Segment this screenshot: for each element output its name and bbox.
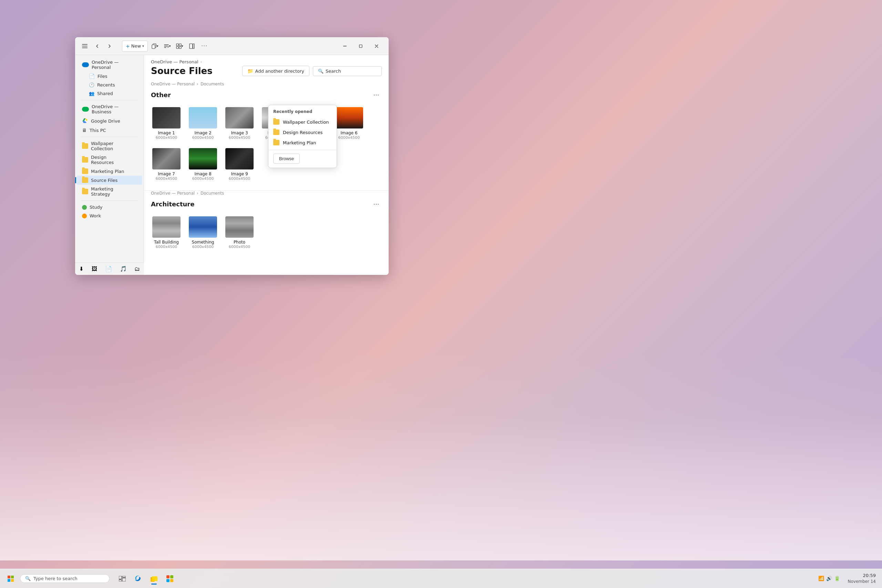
file-name-image2: Image 2 — [194, 130, 211, 135]
sidebar-item-study[interactable]: Study — [76, 203, 142, 212]
svg-rect-0 — [82, 44, 87, 45]
file-item-something[interactable]: Something 6000x4500 — [188, 215, 218, 250]
file-item-image3[interactable]: Image 3 6000x4500 — [224, 106, 255, 141]
svg-rect-11 — [343, 46, 346, 46]
file-item-image9[interactable]: Image 9 6000x4500 — [224, 147, 255, 182]
shared-icon: 👥 — [89, 91, 94, 96]
search-label: Search — [326, 69, 341, 74]
folder-icon — [82, 143, 88, 149]
taskbar-system-icons[interactable]: 📶 🔊 🔋 — [816, 574, 843, 582]
dropdown-label-design: Design Resources — [283, 130, 322, 135]
start-button[interactable] — [4, 572, 17, 585]
more-button[interactable]: ··· — [199, 40, 210, 52]
section-breadcrumb-root: OneDrive — Personal — [151, 82, 195, 87]
main-content: OneDrive — Personal › Source Files 📁 Add… — [144, 55, 388, 275]
sidebar-item-source-files[interactable]: Source Files 📌 — [76, 176, 142, 184]
dropdown-item-wallpaper[interactable]: Wallpaper Collection — [268, 117, 337, 127]
minimize-button[interactable] — [337, 40, 353, 52]
page-title: Source Files — [151, 66, 213, 76]
taskbar: 🔍 Type here to search — [0, 569, 882, 588]
sidebar-item-onedrive-business[interactable]: OneDrive — Business — [76, 102, 142, 116]
chevron-down-icon: ▾ — [142, 44, 144, 48]
sidebar-divider-3 — [81, 201, 138, 201]
file-name-image9: Image 9 — [231, 171, 248, 176]
sidebar-item-work[interactable]: Work — [76, 212, 142, 220]
svg-rect-23 — [152, 576, 158, 581]
svg-rect-8 — [179, 46, 181, 49]
browse-button[interactable]: Browse — [273, 154, 300, 164]
file-thumb-image2 — [189, 107, 217, 129]
sidebar-label-source-files: Source Files — [91, 178, 117, 183]
download-icon[interactable]: ⬇ — [79, 266, 83, 272]
view-button[interactable]: ▾ — [174, 40, 185, 52]
dropdown-header: Recently opened — [268, 109, 337, 117]
add-directory-label: Add another directory — [255, 69, 304, 74]
taskbar-right: 📶 🔊 🔋 20:59 November 14 — [816, 572, 878, 585]
sidebar-label-marketing-strategy: Marketing Strategy — [91, 186, 129, 197]
forward-button[interactable] — [104, 40, 115, 52]
file-item-image1[interactable]: Image 1 6000x4500 — [151, 106, 182, 141]
sidebar-item-shared[interactable]: 👥 Shared — [76, 89, 142, 98]
file-item-tall-building[interactable]: Tall Building 6000x4500 — [151, 215, 182, 250]
maximize-button[interactable] — [353, 40, 369, 52]
file-item-photo[interactable]: Photo 6000x4500 — [224, 215, 255, 250]
sidebar-item-design-resources[interactable]: Design Resources 📌 — [76, 153, 142, 167]
new-button[interactable]: + New ▾ — [122, 40, 148, 52]
section-architecture-title: Architecture — [151, 201, 194, 208]
sidebar-item-google-drive[interactable]: Google Drive — [76, 116, 142, 126]
close-button[interactable] — [369, 40, 384, 52]
taskbar-clock[interactable]: 20:59 November 14 — [846, 572, 878, 585]
file-name-image8: Image 8 — [194, 171, 211, 176]
taskbar-search-placeholder: Type here to search — [33, 576, 78, 581]
sidebar-item-wallpaper[interactable]: Wallpaper Collection 📌 — [76, 139, 142, 153]
breadcrumb-root[interactable]: OneDrive — Personal — [151, 59, 198, 64]
taskbar-date-display: November 14 — [848, 579, 876, 585]
sidebar-item-marketing-plan[interactable]: Marketing Plan 📌 — [76, 167, 142, 176]
section-arch-sub: Documents — [201, 191, 224, 196]
section-other-more-button[interactable]: ··· — [371, 89, 382, 100]
file-size-image1: 6000x4500 — [156, 135, 177, 140]
svg-rect-4 — [152, 45, 155, 49]
file-item-image7[interactable]: Image 7 6000x4500 — [151, 147, 182, 182]
back-button[interactable] — [92, 40, 103, 52]
dropdown-item-marketing-plan[interactable]: Marketing Plan — [268, 138, 337, 148]
file-item-image8[interactable]: Image 8 6000x4500 — [188, 147, 218, 182]
file-item-image2[interactable]: Image 2 6000x4500 — [188, 106, 218, 141]
taskbar-app-task-view[interactable] — [115, 572, 129, 586]
search-box[interactable]: 🔍 Search — [313, 66, 382, 76]
section-other-breadcrumb: OneDrive — Personal › Documents — [151, 82, 382, 87]
sidebar-item-marketing-strategy[interactable]: Marketing Strategy 📌 — [76, 184, 142, 198]
file-grid-other: Image 1 6000x4500 Image 2 6000x4500 Imag… — [151, 106, 382, 182]
file-item-image6[interactable]: Image 6 6000x4500 — [333, 106, 364, 141]
music-icon[interactable]: 🎵 — [120, 266, 127, 272]
taskbar-app-file-explorer[interactable] — [147, 572, 161, 586]
section-other: OneDrive — Personal › Documents Other ··… — [144, 82, 388, 191]
sidebar-item-onedrive-personal[interactable]: OneDrive — Personal — [76, 58, 142, 72]
window-controls — [337, 40, 384, 52]
taskbar-search[interactable]: 🔍 Type here to search — [20, 574, 110, 583]
sort-button[interactable]: ▾ — [162, 40, 172, 52]
file-size-tall-building: 6000x4500 — [156, 244, 177, 249]
details-pane-button[interactable] — [186, 40, 197, 52]
bag-icon[interactable]: 🗂 — [134, 266, 140, 272]
file-name-image3: Image 3 — [231, 130, 248, 135]
taskbar-app-store[interactable] — [163, 572, 177, 586]
section-architecture-breadcrumb: OneDrive — Personal › Documents — [151, 191, 382, 196]
sidebar-item-files[interactable]: 📄 Files — [76, 72, 142, 81]
copy-paste-button[interactable]: ▾ — [149, 40, 160, 52]
file-name-image6: Image 6 — [340, 130, 357, 135]
svg-rect-20 — [119, 580, 122, 582]
dropdown-item-design-resources[interactable]: Design Resources — [268, 127, 337, 138]
sidebar-item-recents[interactable]: 🕐 Recents — [76, 81, 142, 89]
section-architecture-more-button[interactable]: ··· — [371, 198, 382, 209]
document-icon[interactable]: 📄 — [105, 266, 112, 272]
hamburger-button[interactable] — [79, 40, 90, 52]
taskbar-app-edge[interactable] — [131, 572, 146, 586]
sidebar: OneDrive — Personal 📄 Files 🕐 Recents 👥 … — [75, 55, 144, 275]
add-directory-button[interactable]: 📁 Add another directory — [242, 66, 309, 76]
file-size-image2: 6000x4500 — [192, 135, 214, 140]
taskbar-apps — [115, 572, 177, 586]
sidebar-item-this-pc[interactable]: 🖥 This PC — [76, 126, 142, 135]
desktop: + New ▾ ▾ ▾ — [0, 0, 882, 588]
photo-icon[interactable]: 🖼 — [92, 266, 97, 272]
